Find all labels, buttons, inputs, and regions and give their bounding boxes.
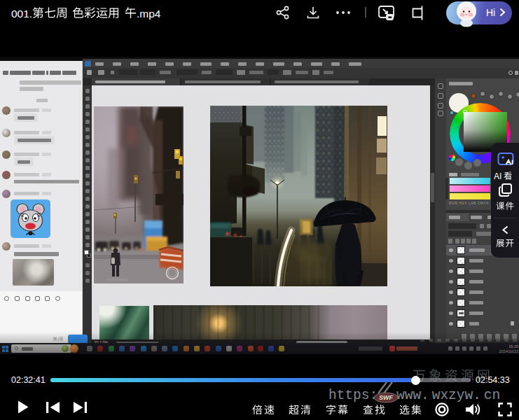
svg-text:SWF: SWF — [379, 394, 393, 401]
